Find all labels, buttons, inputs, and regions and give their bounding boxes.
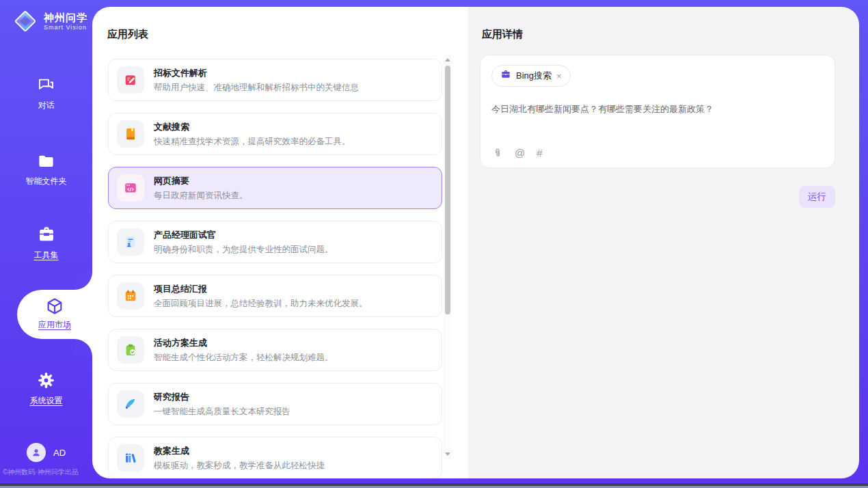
app-list-panel: 应用列表 招标文件解析 帮助用户快速、准确地理解和解析招标书中的关键信息 bbox=[92, 7, 468, 478]
app-detail-panel: 应用详情 Bing搜索 × 今日湖北有哪些新闻要点？有哪些需要关注的最新政策？ bbox=[468, 7, 859, 478]
app-card-lesson-plan[interactable]: 教案生成 模板驱动，教案秒成，教学准备从此轻松快捷 bbox=[108, 437, 442, 478]
avatar bbox=[27, 443, 46, 462]
scroll-up-icon[interactable] bbox=[445, 58, 450, 62]
sidebar-item-label: 应用市场 bbox=[17, 319, 92, 331]
mention-icon[interactable]: @ bbox=[515, 147, 525, 159]
attachment-icon[interactable] bbox=[492, 148, 503, 159]
app-card-desc: 帮助用户快速、准确地理解和解析招标书中的关键信息 bbox=[154, 82, 359, 94]
app-card-web-summary[interactable]: 网页摘要 每日政府新闻资讯快查。 bbox=[108, 167, 442, 209]
sidebar-item-toolset[interactable]: 工具集 bbox=[0, 225, 92, 261]
brand-logo: 神州问学 Smart Vision bbox=[12, 8, 87, 34]
app-card-desc: 模板驱动，教案秒成，教学准备从此轻松快捷 bbox=[154, 460, 325, 472]
tag-close-icon[interactable]: × bbox=[556, 71, 562, 81]
sidebar-item-label: 对话 bbox=[0, 100, 92, 111]
app-card-title: 教案生成 bbox=[154, 445, 325, 457]
app-list-title: 应用列表 bbox=[107, 28, 148, 41]
bump-corner-bottom bbox=[74, 339, 92, 357]
scrollbar-thumb[interactable] bbox=[445, 66, 450, 314]
app-card-bid-analysis[interactable]: 招标文件解析 帮助用户快速、准确地理解和解析招标书中的关键信息 bbox=[108, 59, 442, 101]
app-card-desc: 一键智能生成高质量长文本研究报告 bbox=[154, 406, 290, 418]
copyright-footer: ©神州数码·神州问学出品 bbox=[3, 467, 92, 477]
pen-icon bbox=[117, 390, 144, 418]
input-toolbar: @ # bbox=[492, 147, 543, 159]
chat-icon bbox=[0, 75, 92, 94]
app-card-pm-interviewer[interactable]: 产品经理面试官 明确身份和职责，为您提供专业性的面试问题。 bbox=[108, 221, 442, 263]
cube-icon bbox=[17, 295, 92, 316]
content-area: 应用列表 招标文件解析 帮助用户快速、准确地理解和解析招标书中的关键信息 bbox=[92, 7, 859, 478]
brand-name: 神州问学 bbox=[44, 12, 87, 24]
bid-analysis-icon bbox=[117, 66, 144, 94]
bump-corner-top bbox=[74, 272, 92, 290]
app-card-desc: 明确身份和职责，为您提供专业性的面试问题。 bbox=[154, 244, 334, 256]
web-page-icon bbox=[117, 174, 144, 202]
app-card-title: 活动方案生成 bbox=[154, 337, 334, 349]
books-icon bbox=[117, 444, 144, 472]
sidebar-item-chat[interactable]: 对话 bbox=[0, 75, 92, 111]
interviewer-icon bbox=[117, 228, 144, 256]
hashtag-icon[interactable]: # bbox=[537, 147, 542, 159]
sidebar-item-settings[interactable]: 系统设置 bbox=[0, 370, 92, 407]
query-input[interactable]: 今日湖北有哪些新闻要点？有哪些需要关注的最新政策？ bbox=[491, 103, 824, 116]
app-card-title: 项目总结汇报 bbox=[154, 283, 368, 295]
app-card-title: 网页摘要 bbox=[154, 175, 248, 187]
sidebar-item-label: 智能文件夹 bbox=[0, 176, 92, 187]
calendar-icon bbox=[117, 282, 144, 310]
app-card-research-report[interactable]: 研究报告 一键智能生成高质量长文本研究报告 bbox=[108, 383, 442, 425]
app-card-literature-search[interactable]: 文献搜索 快速精准查找学术资源，提高研究效率的必备工具。 bbox=[108, 113, 442, 155]
app-input-card: Bing搜索 × 今日湖北有哪些新闻要点？有哪些需要关注的最新政策？ @ # bbox=[480, 55, 835, 168]
app-card-desc: 智能生成个性化活动方案，轻松解决规划难题。 bbox=[154, 352, 334, 364]
sidebar-item-label: 工具集 bbox=[0, 249, 92, 261]
sidebar-item-label: 系统设置 bbox=[0, 395, 92, 407]
gear-icon bbox=[0, 370, 92, 390]
tool-tag-bing-search[interactable]: Bing搜索 × bbox=[491, 65, 571, 87]
tool-tag-label: Bing搜索 bbox=[516, 70, 552, 82]
app-card-title: 研究报告 bbox=[154, 391, 290, 403]
app-card-desc: 全面回顾项目进展，总结经验教训，助力未来优化发展。 bbox=[154, 298, 368, 310]
run-button[interactable]: 运行 bbox=[799, 186, 835, 208]
app-card-title: 产品经理面试官 bbox=[154, 229, 334, 241]
user-name: AD bbox=[53, 448, 66, 458]
user-account[interactable]: AD bbox=[27, 443, 66, 462]
sidebar: 神州问学 Smart Vision 对话 智能文件夹 工具集 bbox=[0, 0, 92, 488]
briefcase-icon bbox=[500, 69, 511, 83]
sidebar-item-smart-folder[interactable]: 智能文件夹 bbox=[0, 151, 92, 187]
app-card-project-summary[interactable]: 项目总结汇报 全面回顾项目进展，总结经验教训，助力未来优化发展。 bbox=[108, 275, 442, 317]
app-card-activity-plan[interactable]: 活动方案生成 智能生成个性化活动方案，轻松解决规划难题。 bbox=[108, 329, 442, 371]
app-detail-title: 应用详情 bbox=[482, 28, 523, 41]
app-card-title: 文献搜索 bbox=[154, 121, 351, 133]
gem-logo-icon bbox=[12, 8, 38, 34]
brand-subtitle: Smart Vision bbox=[44, 24, 87, 31]
app-card-title: 招标文件解析 bbox=[154, 67, 359, 79]
toolbox-icon bbox=[0, 225, 92, 244]
app-list: 招标文件解析 帮助用户快速、准确地理解和解析招标书中的关键信息 文献搜索 快速精… bbox=[108, 59, 442, 478]
folder-icon bbox=[0, 151, 92, 170]
sidebar-item-app-market[interactable]: 应用市场 bbox=[17, 290, 92, 339]
book-icon bbox=[117, 120, 144, 148]
list-scrollbar[interactable] bbox=[444, 55, 451, 459]
scroll-down-icon[interactable] bbox=[445, 452, 450, 456]
clipboard-check-icon bbox=[117, 336, 144, 364]
app-card-desc: 每日政府新闻资讯快查。 bbox=[154, 190, 248, 202]
app-card-desc: 快速精准查找学术资源，提高研究效率的必备工具。 bbox=[154, 136, 351, 148]
